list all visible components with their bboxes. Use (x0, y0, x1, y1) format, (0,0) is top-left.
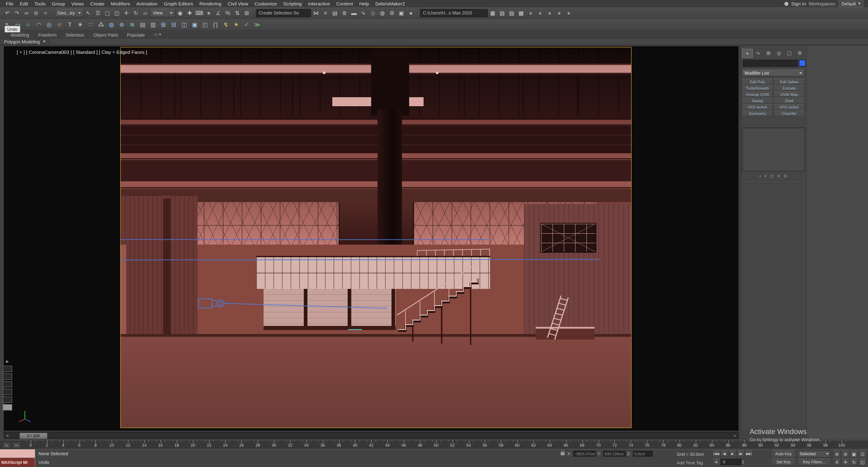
show-end-result-icon[interactable]: ‖ (765, 174, 767, 179)
frame-tick[interactable]: 66 (558, 440, 574, 447)
viewport-canvas[interactable]: [ + ] [ CoronaCamera003 ] [ Standard ] [… (4, 46, 739, 431)
current-frame-field[interactable]: 0 (721, 459, 741, 465)
modifier-preset-button[interactable]: Sweep (742, 98, 773, 103)
frame-tick[interactable]: 30 (266, 440, 282, 447)
viewport-layout-tab[interactable] (3, 373, 12, 380)
window-crossing-icon[interactable]: ◫ (112, 8, 122, 18)
maximize-viewport-icon[interactable]: ◱ (859, 459, 867, 466)
undo-icon[interactable]: ↶ (3, 8, 12, 18)
modifier-preset-button[interactable]: Unwrap UVW (742, 91, 773, 97)
layer-explorer-icon[interactable]: ≣ (340, 8, 349, 18)
array-minus-icon[interactable]: ⊟ (169, 20, 179, 29)
frame-tick[interactable]: 0 (23, 440, 39, 447)
frame-tick[interactable]: 46 (396, 440, 412, 447)
menu-item[interactable]: Create (87, 0, 107, 7)
frame-tick[interactable]: 52 (444, 440, 461, 447)
frame-tick[interactable]: 50 (428, 440, 444, 447)
viewport-layout-tab[interactable] (3, 366, 12, 372)
select-and-rotate-icon[interactable]: ↻ (131, 8, 141, 18)
mini-curve-editor-icon[interactable]: ∿ (2, 442, 11, 448)
reference-coordinate-dropdown[interactable]: View (150, 9, 176, 17)
frame-tick[interactable]: 34 (298, 440, 315, 447)
ribbon-tab[interactable]: Modeling (6, 32, 34, 38)
modifier-preset-button[interactable]: TurboSmooth (742, 85, 773, 91)
frame-tick[interactable]: 80 (671, 440, 688, 447)
modifier-preset-button[interactable]: FFD 4x4x4 (742, 104, 773, 110)
modifier-preset-button[interactable]: Edit Poly (742, 79, 773, 85)
time-slider-track[interactable]: ◄ 0 / 100 ► (4, 432, 739, 439)
viewport-layout-tab-active[interactable] (3, 404, 12, 410)
frame-tick[interactable]: 38 (331, 440, 347, 447)
select-and-link-icon[interactable]: ∞ (22, 8, 31, 18)
frame-tick[interactable]: 6 (71, 440, 88, 447)
selection-set-key-dropdown[interactable]: Selected (798, 450, 831, 458)
measure-icon[interactable]: ∏ (211, 20, 220, 29)
align-icon[interactable]: ≡ (321, 8, 330, 18)
create-tab-icon[interactable]: + (742, 49, 753, 58)
frame-tick[interactable]: 72 (607, 440, 623, 447)
angle-snap-icon[interactable]: ∠ (214, 8, 223, 18)
ribbon-tab[interactable]: Object Paint (89, 32, 123, 38)
layout-tabs-expand-icon[interactable]: ▶ (6, 360, 9, 364)
time-slider-right-arrow-icon[interactable]: ► (733, 434, 737, 438)
render-flyout-4-icon[interactable]: ● (555, 8, 564, 18)
keyboard-override-icon[interactable]: ⌨ (194, 8, 204, 18)
frame-tick[interactable]: 42 (363, 440, 379, 447)
zoom-extents-icon[interactable]: ▣ (850, 450, 858, 458)
menu-item[interactable]: Tools (31, 0, 49, 7)
array-icon[interactable]: ⊞ (159, 20, 168, 29)
star-shape-icon[interactable]: ☆ (55, 20, 64, 29)
frame-tick[interactable]: 2 (39, 440, 55, 447)
x-coordinate-field[interactable]: -3815.47cm (573, 451, 596, 457)
grid-array-icon[interactable]: ▣ (190, 20, 199, 29)
display-tab-icon[interactable]: ▢ (784, 49, 794, 57)
modifier-preset-button[interactable]: FFD 3x3x3 (774, 104, 805, 110)
frame-tick[interactable]: 24 (217, 440, 234, 447)
frame-tick[interactable]: 60 (509, 440, 526, 447)
key-filters-button[interactable]: Key Filters... (798, 459, 831, 466)
menu-item[interactable]: Help (356, 0, 372, 7)
material-editor-icon[interactable]: ◍ (378, 8, 387, 18)
z-coordinate-field[interactable]: 0.0cm (633, 451, 653, 457)
percent-snap-icon[interactable]: % (223, 8, 232, 18)
modifier-preset-button[interactable]: Extrude (774, 85, 805, 91)
menu-item[interactable]: Views (68, 0, 87, 7)
utilities-tab-icon[interactable]: ⚙ (795, 49, 805, 57)
layout-icon[interactable]: ◰ (200, 20, 210, 29)
go-to-start-icon[interactable]: |◀◀ (712, 450, 720, 457)
render-flyout-5-icon[interactable]: ● (564, 8, 574, 18)
frame-tick[interactable]: 54 (460, 440, 477, 447)
menu-item[interactable]: DebrisMaker2 (372, 0, 408, 7)
frame-tick[interactable]: 86 (720, 440, 736, 447)
viewport-layout-tab[interactable] (3, 397, 12, 403)
frame-tick[interactable]: 16 (152, 440, 168, 447)
named-selection-sets-icon[interactable]: ⊞ (242, 8, 252, 18)
frame-tick[interactable]: 58 (493, 440, 509, 447)
panel-b-icon[interactable]: ▥ (148, 20, 158, 29)
time-slider-handle[interactable]: 0 / 100 (20, 433, 48, 439)
frame-tick[interactable]: 44 (379, 440, 396, 447)
menu-item[interactable]: File (3, 0, 17, 7)
modify-tab-icon[interactable]: ∿ (753, 49, 763, 57)
frame-tick[interactable]: 8 (88, 440, 104, 447)
menu-item[interactable]: Customize (251, 0, 280, 7)
set-key-button[interactable]: Set Key (771, 459, 796, 466)
frame-tick[interactable]: 62 (525, 440, 541, 447)
object-color-swatch[interactable] (799, 60, 806, 66)
selection-lock-icon[interactable] (561, 452, 565, 455)
ribbon-tab[interactable]: Populate (123, 32, 149, 38)
make-unique-icon[interactable]: ⊡ (770, 174, 774, 179)
spinner-snap-icon[interactable]: ⇅ (232, 8, 242, 18)
frame-spinner-down-icon[interactable]: ▼ (742, 462, 744, 464)
add-time-tag[interactable]: Add Time Tag (677, 460, 703, 465)
render-setup-icon[interactable]: ⚙ (387, 8, 397, 18)
bind-to-space-warp-icon[interactable]: ≈ (41, 8, 50, 18)
object-name-field[interactable] (743, 60, 798, 67)
donut-shape-icon[interactable]: ◎ (44, 20, 54, 29)
y-coordinate-field[interactable]: 630.126cm (603, 451, 625, 457)
frame-tick[interactable]: 20 (185, 440, 201, 447)
menu-item[interactable]: Civil View (224, 0, 251, 7)
key-mode-toggle-icon[interactable]: ◈ (712, 459, 720, 465)
use-pivot-center-icon[interactable]: ◉ (176, 8, 185, 18)
modifier-stack-list[interactable] (742, 127, 805, 172)
